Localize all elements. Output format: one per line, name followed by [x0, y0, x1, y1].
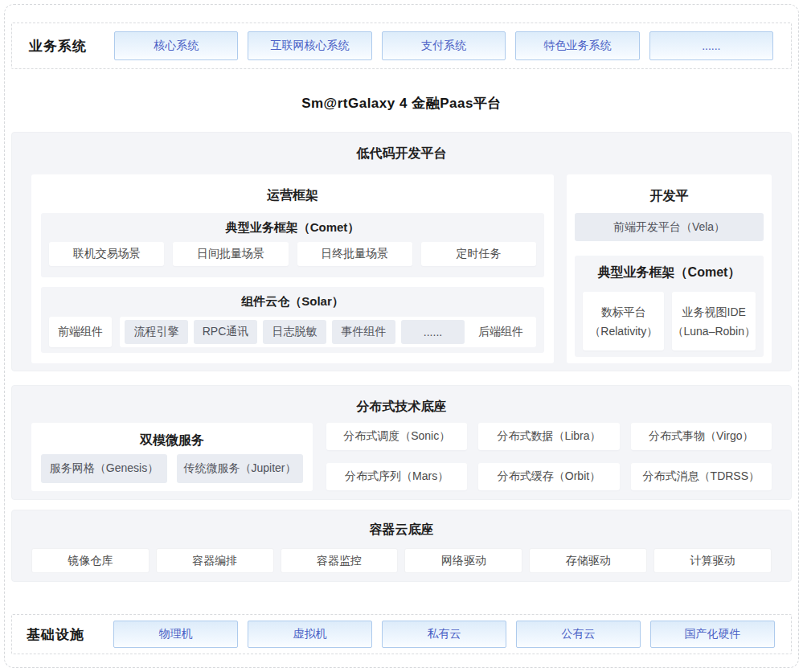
dual-mode-microservices-title: 双模微服务 [41, 432, 303, 449]
dev-platform-panel: 开发平 前端开发平台（Vela） 典型业务框架（Comet） 数标平台 （Rel… [567, 174, 772, 363]
box-traditional-microservices-jupiter: 传统微服务（Jupiter） [177, 454, 303, 483]
distributed-base-body: 双模微服务 服务网格（Genesis） 传统微服务（Jupiter） 分布式调度… [31, 423, 772, 491]
box-image-registry: 镜像仓库 [31, 548, 150, 573]
box-container-orchestration: 容器编排 [156, 548, 274, 573]
dev-platform-title: 开发平 [575, 188, 764, 205]
architecture-diagram: 业务系统 核心系统 互联网核心系统 支付系统 特色业务系统 ...... Sm@… [11, 0, 792, 654]
lowcode-platform-title: 低代码开发平台 [31, 145, 772, 162]
dev-comet-framework-title: 典型业务框架（Comet） [583, 264, 756, 281]
box-physical-machine: 物理机 [113, 621, 238, 648]
box-core-system: 核心系统 [114, 31, 238, 60]
box-more-systems: ...... [649, 31, 773, 60]
infrastructure-boxes: 物理机 虚拟机 私有云 公有云 国产化硬件 [113, 621, 775, 648]
infrastructure-label: 基础设施 [12, 625, 113, 644]
business-systems-boxes: 核心系统 互联网核心系统 支付系统 特色业务系统 ...... [114, 31, 773, 60]
box-distributed-scheduling-sonic: 分布式调度（Sonic） [326, 423, 467, 450]
solar-backend-strip: 流程引擎 RPC通讯 日志脱敏 事件组件 ...... 后端组件 [120, 317, 536, 347]
box-event-components: 事件组件 [332, 320, 395, 344]
box-storage-driver: 存储驱动 [529, 548, 647, 573]
box-business-view-ide-luna-robin: 业务视图IDE （Luna–Robin） [672, 292, 756, 350]
distributed-base-title: 分布式技术底座 [31, 399, 772, 416]
box-rpc-communication: RPC通讯 [194, 320, 257, 344]
box-scheduled-tasks: 定时任务 [421, 242, 536, 266]
box-backend-components: 后端组件 [470, 325, 531, 339]
box-distributed-data-libra: 分布式数据（Libra） [478, 423, 619, 450]
ops-framework-title: 运营框架 [41, 187, 544, 204]
business-systems-row: 业务系统 核心系统 互联网核心系统 支付系统 特色业务系统 ...... [11, 23, 792, 69]
box-more-components: ...... [401, 320, 465, 344]
box-distributed-sequence-mars: 分布式序列（Mars） [326, 463, 467, 490]
container-cloud-items: 镜像仓库 容器编排 容器监控 网络驱动 存储驱动 计算驱动 [31, 548, 772, 573]
business-systems-label: 业务系统 [12, 37, 114, 55]
comet-framework-panel: 典型业务框架（Comet） 联机交易场景 日间批量场景 日终批量场景 定时任务 [41, 213, 544, 277]
box-online-transaction-scenario: 联机交易场景 [49, 242, 164, 266]
box-public-cloud: 公有云 [516, 621, 641, 648]
box-distributed-messaging-tdrss: 分布式消息（TDRSS） [631, 463, 772, 490]
box-service-mesh-genesis: 服务网格（Genesis） [41, 454, 167, 483]
box-label-line2: （Relativity） [589, 322, 658, 341]
container-cloud-panel: 容器云底座 镜像仓库 容器编排 容器监控 网络驱动 存储驱动 计算驱动 [11, 510, 792, 582]
box-virtual-machine: 虚拟机 [248, 621, 372, 648]
box-eod-batch-scenario: 日终批量场景 [297, 242, 412, 266]
comet-framework-items: 联机交易场景 日间批量场景 日终批量场景 定时任务 [49, 242, 536, 266]
box-daytime-batch-scenario: 日间批量场景 [173, 242, 288, 266]
dual-mode-items: 服务网格（Genesis） 传统微服务（Jupiter） [41, 454, 303, 483]
lowcode-platform-panel: 低代码开发平台 运营框架 典型业务框架（Comet） 联机交易场景 日间批量场景… [11, 132, 792, 371]
box-data-indicator-platform-relativity: 数标平台 （Relativity） [583, 292, 664, 350]
box-distributed-transaction-virgo: 分布式事物（Virgo） [631, 423, 772, 450]
dev-comet-framework-items: 数标平台 （Relativity） 业务视图IDE （Luna–Robin） [583, 292, 756, 350]
container-cloud-title: 容器云底座 [31, 522, 772, 539]
box-private-cloud: 私有云 [382, 621, 506, 648]
box-process-engine: 流程引擎 [125, 320, 188, 344]
solar-component-title: 组件云仓（Solar） [49, 294, 536, 309]
infrastructure-row: 基础设施 物理机 虚拟机 私有云 公有云 国产化硬件 [11, 614, 792, 654]
box-special-business-system: 特色业务系统 [515, 31, 639, 60]
box-internet-core-system: 互联网核心系统 [248, 31, 371, 60]
box-payment-system: 支付系统 [382, 31, 506, 60]
solar-component-panel: 组件云仓（Solar） 前端组件 流程引擎 RPC通讯 日志脱敏 事件组件 ..… [41, 287, 544, 353]
box-compute-driver: 计算驱动 [653, 548, 772, 573]
box-frontend-components: 前端组件 [49, 317, 112, 347]
box-frontend-dev-platform-vela: 前端开发平台（Vela） [575, 213, 764, 241]
distributed-base-panel: 分布式技术底座 双模微服务 服务网格（Genesis） 传统微服务（Jupite… [11, 385, 792, 500]
box-distributed-cache-orbit: 分布式缓存（Orbit） [478, 463, 619, 490]
box-label-line1: 业务视图IDE [682, 302, 746, 322]
ops-framework-panel: 运营框架 典型业务框架（Comet） 联机交易场景 日间批量场景 日终批量场景 … [31, 174, 554, 363]
box-label-line1: 数标平台 [601, 302, 646, 322]
page-title: Sm@rtGalaxy 4 金融Paas平台 [11, 94, 792, 110]
dev-comet-framework-panel: 典型业务框架（Comet） 数标平台 （Relativity） 业务视图IDE … [575, 256, 764, 357]
distributed-services-grid: 分布式调度（Sonic） 分布式数据（Libra） 分布式事物（Virgo） 分… [326, 423, 772, 491]
box-domestic-hardware: 国产化硬件 [650, 621, 775, 648]
box-container-monitoring: 容器监控 [281, 548, 399, 573]
solar-component-items: 前端组件 流程引擎 RPC通讯 日志脱敏 事件组件 ...... 后端组件 [49, 317, 536, 347]
comet-framework-title: 典型业务框架（Comet） [49, 220, 536, 236]
lowcode-platform-body: 运营框架 典型业务框架（Comet） 联机交易场景 日间批量场景 日终批量场景 … [31, 174, 772, 363]
dual-mode-microservices-panel: 双模微服务 服务网格（Genesis） 传统微服务（Jupiter） [31, 423, 313, 491]
box-network-driver: 网络驱动 [404, 548, 522, 573]
box-log-masking: 日志脱敏 [263, 320, 326, 344]
box-label-line2: （Luna–Robin） [672, 322, 756, 341]
